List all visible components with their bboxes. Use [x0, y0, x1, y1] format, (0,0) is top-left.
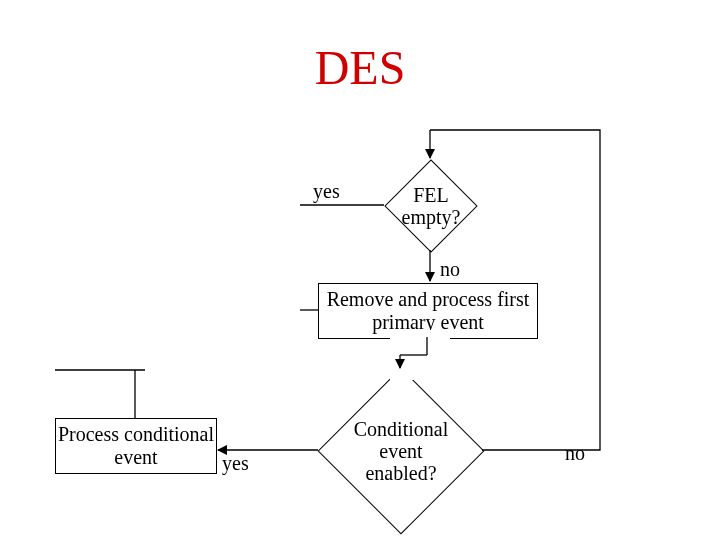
- process-remove-primary: Remove and process first primary event: [318, 283, 538, 339]
- edge-label-no-bottom: no: [565, 442, 585, 465]
- edge-label-yes-top: yes: [313, 180, 340, 203]
- decision-conditional-enabled-label: Conditional event enabled?: [343, 418, 459, 484]
- decision-conditional-enabled: Conditional event enabled?: [318, 368, 485, 535]
- svg-line-16: [218, 445, 318, 450]
- edge-label-no-top: no: [440, 258, 460, 281]
- decision-fel-empty-label: FEL empty?: [399, 184, 463, 228]
- process-remove-primary-label: Remove and process first primary event: [319, 288, 537, 334]
- diagram-title: DES: [0, 40, 720, 95]
- decision-fel-empty: FEL empty?: [384, 159, 477, 252]
- edge-label-yes-bottom: yes: [222, 452, 249, 475]
- process-conditional-label: Process conditional event: [56, 423, 216, 469]
- process-conditional: Process conditional event: [55, 418, 217, 474]
